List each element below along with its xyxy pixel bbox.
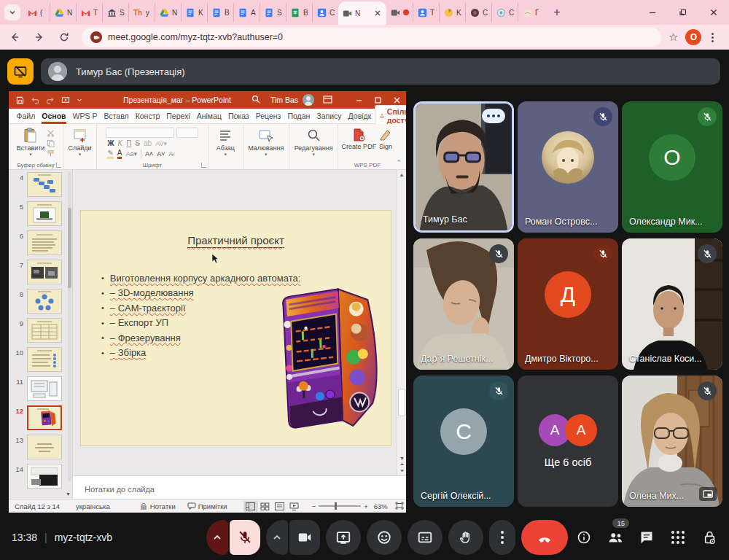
participant-tile[interactable]: ААЩе 6 осіб bbox=[518, 376, 618, 507]
browser-tab[interactable]: N bbox=[155, 3, 181, 22]
browser-tab[interactable] bbox=[386, 3, 413, 22]
ribbon-tab-анімац[interactable]: Анімац bbox=[193, 109, 225, 124]
ribbon-tab-запису[interactable]: Запису bbox=[313, 109, 345, 124]
font-dialog-launcher[interactable] bbox=[201, 163, 206, 168]
participant-tile[interactable]: Роман Островс... bbox=[518, 101, 618, 233]
new-slide-button[interactable]: Слайди▾ bbox=[68, 126, 91, 156]
browser-tab[interactable]: K bbox=[439, 3, 465, 22]
browser-tab[interactable]: B bbox=[207, 3, 233, 22]
slide-thumbnail[interactable] bbox=[27, 376, 62, 401]
slide-thumbnail[interactable] bbox=[27, 347, 62, 372]
ribbon-tab-констр[interactable]: Констр bbox=[132, 109, 163, 124]
raise-hand-button[interactable] bbox=[448, 520, 483, 555]
ribbon-tab-показ[interactable]: Показ bbox=[225, 109, 252, 124]
participant-tile[interactable]: ООлександр Мик... bbox=[622, 101, 722, 233]
zoom-slider[interactable] bbox=[319, 505, 361, 507]
tile-options-button[interactable] bbox=[482, 109, 505, 123]
shadow-button[interactable]: ab bbox=[144, 139, 152, 147]
next-slide-button[interactable]: ⏷ bbox=[400, 468, 405, 474]
host-controls-button[interactable] bbox=[700, 524, 719, 551]
italic-button[interactable]: K bbox=[117, 139, 122, 147]
participant-tile[interactable]: ССергій Олексій... bbox=[413, 376, 514, 507]
end-call-button[interactable] bbox=[521, 520, 568, 555]
browser-tab-active[interactable]: N bbox=[338, 1, 386, 25]
mic-toggle-button[interactable] bbox=[230, 520, 260, 555]
forward-button[interactable] bbox=[29, 27, 50, 47]
window-minimize-button[interactable] bbox=[637, 0, 668, 25]
slide-thumbnail[interactable] bbox=[27, 172, 62, 197]
bookmark-star-icon[interactable]: ☆ bbox=[668, 31, 678, 44]
language-indicator[interactable]: українська bbox=[76, 502, 110, 510]
captions-button[interactable] bbox=[408, 520, 443, 555]
save-icon[interactable] bbox=[16, 96, 24, 104]
browser-tab[interactable]: ( bbox=[23, 3, 50, 22]
browser-tab[interactable]: T bbox=[76, 3, 102, 22]
slide-thumbnail[interactable] bbox=[27, 289, 62, 314]
previous-slide-button[interactable]: ⏶ bbox=[400, 462, 405, 467]
presenting-indicator-button[interactable] bbox=[7, 58, 34, 85]
fit-slide-button[interactable] bbox=[395, 502, 404, 511]
slide-canvas[interactable]: Практичний проєкт •Виготовлення корпусу … bbox=[80, 210, 391, 446]
mic-options-button[interactable] bbox=[206, 520, 228, 555]
slideshow-view-button[interactable] bbox=[287, 501, 302, 512]
notes-toggle[interactable]: Нотатки bbox=[139, 502, 176, 510]
font-size-box[interactable] bbox=[176, 128, 198, 138]
strikethrough-button[interactable]: S bbox=[135, 139, 140, 147]
zoom-out-button[interactable]: − bbox=[312, 502, 316, 510]
text-highlight-button[interactable]: ✎ bbox=[107, 149, 113, 159]
browser-tab[interactable]: Thy bbox=[128, 3, 155, 22]
ribbon-tab-подан[interactable]: Подан bbox=[284, 109, 313, 124]
slide-thumbnail[interactable] bbox=[27, 435, 62, 459]
browser-tab[interactable]: N bbox=[50, 3, 76, 22]
ribbon-tab-wps p[interactable]: WPS P bbox=[69, 109, 101, 124]
start-slideshow-icon[interactable] bbox=[61, 96, 70, 104]
chat-button[interactable] bbox=[637, 524, 656, 551]
camera-options-button[interactable] bbox=[266, 520, 288, 555]
browser-tab[interactable]: S bbox=[260, 3, 286, 22]
slide-thumbnail[interactable] bbox=[27, 230, 62, 255]
browser-tab[interactable]: A bbox=[233, 3, 260, 22]
slide-thumbnail[interactable] bbox=[27, 260, 62, 284]
picture-in-picture-icon[interactable] bbox=[699, 487, 717, 501]
browser-tab[interactable]: C bbox=[465, 3, 491, 22]
participant-tile[interactable]: Тимур Бас bbox=[413, 101, 514, 233]
format-painter-icon[interactable] bbox=[47, 149, 55, 158]
browser-tab[interactable]: C bbox=[491, 3, 518, 22]
zoom-in-button[interactable]: + bbox=[364, 502, 368, 510]
address-bar[interactable]: meet.google.com/myz-tqtz-xvb?authuser=0 bbox=[82, 28, 661, 47]
tab-search-button[interactable] bbox=[4, 4, 20, 20]
camera-toggle-button[interactable] bbox=[289, 520, 320, 555]
search-icon[interactable] bbox=[252, 93, 260, 106]
activities-button[interactable] bbox=[668, 524, 687, 551]
browser-menu-button[interactable] bbox=[709, 30, 717, 45]
reading-view-button[interactable] bbox=[273, 501, 287, 512]
zoom-level[interactable]: 63% bbox=[374, 502, 388, 510]
bold-button[interactable]: Ж bbox=[107, 139, 114, 147]
ribbon-tab-основ[interactable]: Основ bbox=[39, 109, 69, 124]
ribbon-tab-реценз[interactable]: Реценз bbox=[252, 109, 284, 124]
notes-pane[interactable]: Нотатки до слайда bbox=[73, 475, 406, 499]
ribbon-tab-довідк[interactable]: Довідк bbox=[345, 109, 375, 124]
profile-avatar[interactable]: O bbox=[685, 29, 701, 45]
browser-tab[interactable]: T bbox=[413, 3, 439, 22]
participant-tile[interactable]: Станіслав Коси... bbox=[622, 238, 722, 370]
reload-button[interactable] bbox=[54, 27, 74, 47]
browser-tab[interactable]: B bbox=[286, 3, 312, 22]
shrink-font-button[interactable]: A˅ bbox=[157, 150, 165, 158]
slide-thumbnail[interactable] bbox=[27, 318, 62, 343]
copy-icon[interactable] bbox=[47, 139, 55, 147]
comments-toggle[interactable]: Примітки bbox=[187, 502, 227, 510]
normal-view-button[interactable] bbox=[243, 501, 258, 512]
qat-dropdown-icon[interactable] bbox=[77, 97, 82, 103]
change-case-button[interactable]: Aa▾ bbox=[125, 150, 137, 158]
scroll-down-button[interactable]: ▼ bbox=[399, 456, 405, 461]
editor-scrollbar-thumb[interactable] bbox=[398, 389, 405, 416]
slide-sorter-view-button[interactable] bbox=[258, 501, 273, 512]
reactions-button[interactable] bbox=[367, 520, 402, 555]
presenting-banner[interactable]: Тимур Бас (Презентація) bbox=[41, 58, 720, 85]
meeting-details-button[interactable] bbox=[574, 524, 593, 551]
browser-tab[interactable]: C bbox=[312, 3, 338, 22]
underline-button[interactable]: П bbox=[126, 139, 131, 147]
undo-icon[interactable] bbox=[31, 96, 39, 104]
clipboard-dialog-launcher[interactable] bbox=[56, 163, 61, 168]
